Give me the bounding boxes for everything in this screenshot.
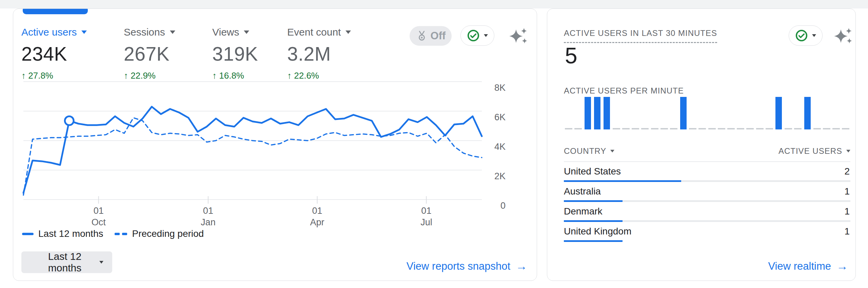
- minute-empty-dash: [832, 128, 840, 129]
- country-row: United Kingdom1: [564, 222, 850, 242]
- solid-line-swatch: [22, 233, 34, 235]
- minute-bar: [594, 97, 600, 129]
- y-axis-tick-label: 4K: [494, 142, 506, 152]
- metric-change: ↑ 27.8%: [21, 70, 87, 81]
- x-axis-tick-label: 01Jan: [191, 205, 225, 228]
- minute-empty-dash: [737, 128, 744, 129]
- minute-empty-dash: [746, 128, 754, 129]
- metric-change: ↑ 22.6%: [287, 70, 351, 81]
- chevron-down-icon: [610, 150, 614, 152]
- insights-sparkle-icon[interactable]: [834, 27, 853, 46]
- up-arrow-icon: ↑: [124, 70, 128, 81]
- minute-empty-dash: [622, 128, 630, 129]
- legend-item-preceding-period: Preceding period: [115, 228, 204, 239]
- minute-empty-dash: [698, 128, 706, 129]
- chart-legend: Last 12 months Preceding period: [22, 228, 204, 239]
- metric-tab-active-users[interactable]: Active users 234K ↑ 27.8%: [21, 26, 87, 81]
- minute-bar: [604, 97, 610, 129]
- y-axis-tick-label: 2K: [494, 171, 506, 182]
- page-top-background: [0, 0, 868, 8]
- date-range-selector[interactable]: Last 12 months: [21, 251, 112, 273]
- country-active-users: 1: [844, 186, 850, 197]
- minute-empty-dash: [574, 128, 582, 129]
- country-column-header[interactable]: COUNTRY: [564, 146, 614, 156]
- metric-change: ↑ 16.8%: [212, 70, 258, 81]
- realtime-active-users-count: 5: [565, 43, 577, 68]
- preceding-period-line: [23, 118, 482, 195]
- metric-label: Views: [212, 26, 239, 38]
- country-row: Denmark1: [564, 202, 850, 222]
- realtime-card: ACTIVE USERS IN LAST 30 MINUTES 5 ACTIVE…: [547, 8, 856, 281]
- country-name: United States: [564, 166, 621, 177]
- minute-empty-dash: [565, 128, 572, 129]
- country-row: United States2: [564, 162, 850, 182]
- y-axis-tick-label: 0: [500, 201, 506, 211]
- minute-empty-dash: [641, 128, 649, 129]
- x-axis-tick-label: 01Oct: [82, 205, 116, 228]
- metric-label: Active users: [21, 26, 77, 38]
- metric-value: 319K: [212, 43, 258, 65]
- benchmarking-toggle-pill[interactable]: Off: [410, 26, 452, 46]
- active-users-column-header[interactable]: ACTIVE USERS: [778, 146, 850, 156]
- right-arrow-icon: →: [516, 260, 527, 273]
- metric-value: 234K: [21, 43, 87, 65]
- legend-item-last-12-months: Last 12 months: [22, 228, 103, 239]
- metric-label: Sessions: [124, 26, 165, 38]
- chevron-down-icon[interactable]: [170, 30, 175, 34]
- minute-empty-dash: [756, 128, 764, 129]
- minute-bar: [804, 97, 811, 129]
- view-reports-snapshot-link[interactable]: View reports snapshot →: [407, 260, 527, 273]
- chevron-down-icon: [812, 34, 816, 37]
- last-12-months-line: [23, 107, 482, 193]
- minute-empty-dash: [813, 128, 821, 129]
- check-circle-icon: [795, 29, 808, 42]
- y-axis-tick-label: 8K: [494, 83, 506, 93]
- trend-line-chart: 01Oct01Jan01Apr01Jul: [23, 82, 482, 200]
- minute-bar: [585, 97, 591, 129]
- data-quality-dropdown[interactable]: [460, 25, 494, 46]
- minute-empty-dash: [823, 128, 830, 129]
- metric-tab-event-count[interactable]: Event count 3.2M ↑ 22.6%: [287, 26, 351, 81]
- minute-empty-dash: [689, 128, 696, 129]
- up-arrow-icon: ↑: [287, 70, 292, 81]
- up-arrow-icon: ↑: [212, 70, 217, 81]
- dashed-line-swatch: [115, 233, 127, 235]
- up-arrow-icon: ↑: [21, 70, 26, 81]
- data-quality-dropdown[interactable]: [789, 25, 823, 46]
- benchmarking-toggle-label: Off: [431, 30, 446, 42]
- minute-bar: [775, 97, 782, 129]
- metric-value: 3.2M: [287, 43, 351, 65]
- metric-tab-sessions[interactable]: Sessions 267K ↑ 22.9%: [124, 26, 175, 81]
- country-name: United Kingdom: [564, 226, 631, 237]
- minute-empty-dash: [842, 128, 849, 129]
- minute-empty-dash: [727, 128, 735, 129]
- active-users-per-minute-chart: [564, 97, 850, 129]
- country-row: Australia1: [564, 182, 850, 202]
- x-axis-tick-label: 01Jul: [409, 205, 443, 228]
- country-name: Denmark: [564, 206, 603, 217]
- metric-tab-views[interactable]: Views 319K ↑ 16.8%: [212, 26, 258, 81]
- chevron-down-icon[interactable]: [81, 30, 87, 34]
- metric-value: 267K: [124, 43, 175, 65]
- country-bar-fill: [564, 240, 623, 242]
- chevron-down-icon[interactable]: [244, 30, 249, 34]
- view-realtime-link[interactable]: View realtime →: [768, 260, 848, 273]
- y-axis-tick-label: 6K: [494, 112, 506, 123]
- legend-label: Last 12 months: [38, 228, 103, 239]
- minute-empty-dash: [632, 128, 639, 129]
- y-axis-labels: 8K6K4K2K0: [485, 82, 506, 200]
- minute-empty-dash: [651, 128, 658, 129]
- country-active-users: 1: [844, 206, 850, 217]
- realtime-title[interactable]: ACTIVE USERS IN LAST 30 MINUTES: [564, 28, 717, 43]
- minute-empty-dash: [785, 128, 792, 129]
- chevron-down-icon[interactable]: [346, 30, 351, 34]
- country-active-users: 1: [844, 226, 850, 237]
- country-table-rows: United States2Australia1Denmark1United K…: [564, 162, 850, 242]
- country-active-users: 2: [844, 166, 850, 177]
- insights-sparkle-icon[interactable]: [509, 27, 528, 46]
- minute-empty-dash: [670, 128, 677, 129]
- check-circle-icon: [467, 29, 480, 42]
- highlighted-data-point[interactable]: [65, 116, 74, 125]
- right-arrow-icon: →: [836, 260, 848, 273]
- minute-empty-dash: [660, 128, 668, 129]
